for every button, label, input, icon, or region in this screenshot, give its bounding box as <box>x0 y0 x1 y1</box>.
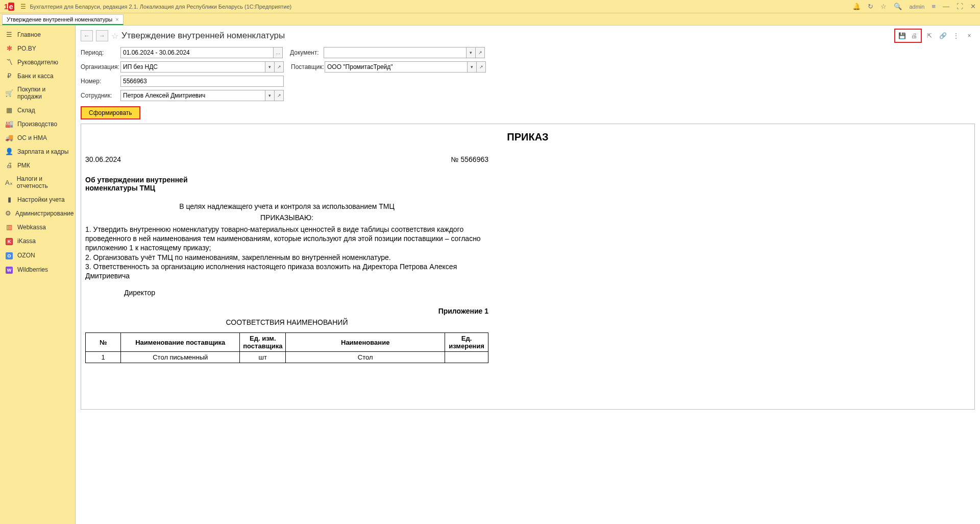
tab-active[interactable]: Утверждение внутренней номенклатуры × <box>2 14 124 25</box>
link-icon[interactable]: 🔗 <box>937 31 948 41</box>
report-subject: Об утверждении внутренней номенклатуры Т… <box>85 176 198 192</box>
col-name: Наименование <box>286 333 445 352</box>
report-order-word: ПРИКАЗЫВАЮ: <box>85 213 488 222</box>
report-title: ПРИКАЗ <box>85 131 970 143</box>
person-icon: 👤 <box>5 148 13 155</box>
cart-icon: 🛒 <box>5 89 13 97</box>
ozon-icon: O <box>5 251 13 259</box>
report-document: ПРИКАЗ 30.06.2024 № 5566963 Об утвержден… <box>81 124 975 410</box>
menu-icon[interactable]: ☰ <box>20 3 26 10</box>
org-dropdown-button[interactable]: ▾ <box>265 61 275 73</box>
titlebar: 1e ☰ Бухгалтерия для Беларуси, редакция … <box>0 0 980 13</box>
period-label: Период: <box>81 49 117 56</box>
tab-label: Утверждение внутренней номенклатуры <box>7 16 112 22</box>
report-date: 30.06.2024 <box>85 155 121 163</box>
save-print-group: 💾 🖨 <box>894 29 922 43</box>
sidebar-item-poby[interactable]: ✻PO.BY <box>0 41 75 55</box>
employee-open-button[interactable]: ↗ <box>275 90 284 101</box>
report-attachment-title: СООТВЕТСТВИЯ НАИМЕНОВАНИЙ <box>85 318 488 326</box>
book-icon: ▮ <box>5 196 13 203</box>
wildberries-icon: W <box>5 266 13 274</box>
sidebar-item-salary[interactable]: 👤Зарплата и кадры <box>0 145 75 158</box>
col-supplier-unit: Ед. изм. поставщика <box>240 333 286 352</box>
col-unit: Ед. измерения <box>445 333 488 352</box>
report-body-3: 3. Ответственность за организацию исполн… <box>85 262 488 280</box>
period-picker-button[interactable]: … <box>274 47 283 58</box>
employee-input[interactable] <box>120 90 265 101</box>
user-label[interactable]: admin <box>909 4 924 10</box>
col-num: № <box>86 333 121 352</box>
sidebar-item-manager[interactable]: 〽Руководителю <box>0 55 75 69</box>
settings-icon[interactable]: ≡ <box>932 3 936 10</box>
chart-icon: 〽 <box>5 58 13 66</box>
poby-icon: ✻ <box>5 44 13 52</box>
sidebar-item-main[interactable]: ☰Главное <box>0 28 75 41</box>
print-icon[interactable]: 🖨 <box>909 31 920 41</box>
supplier-label: Поставщик: <box>291 63 322 70</box>
supplier-dropdown-button[interactable]: ▾ <box>468 61 477 73</box>
tabbar: Утверждение внутренней номенклатуры × <box>0 13 980 26</box>
report-body-2: 2. Организовать учёт ТМЦ по наименования… <box>85 253 488 262</box>
generate-button[interactable]: Сформировать <box>81 106 140 120</box>
sidebar-item-sales[interactable]: 🛒Покупки и продажи <box>0 83 75 103</box>
logo-1c: 1e <box>4 3 14 11</box>
org-open-button[interactable]: ↗ <box>275 61 284 73</box>
supplier-input[interactable] <box>325 61 468 73</box>
sidebar-item-admin[interactable]: ⚙Администрирование <box>0 206 75 220</box>
maximize-icon[interactable]: ⛶ <box>957 3 963 10</box>
factory-icon: 🏭 <box>5 120 13 128</box>
correspondence-table: № Наименование поставщика Ед. изм. поста… <box>85 332 488 363</box>
search-icon[interactable]: 🔍 <box>894 3 902 10</box>
gear-icon: ⚙ <box>5 209 11 217</box>
sidebar-item-warehouse[interactable]: ▦Склад <box>0 103 75 117</box>
document-open-button[interactable]: ↗ <box>476 47 485 58</box>
sidebar-item-taxes[interactable]: AₓНалоги и отчетность <box>0 172 75 193</box>
boxes-icon: ▦ <box>5 106 13 114</box>
register-icon: 🖨 <box>5 161 13 169</box>
sidebar-item-production[interactable]: 🏭Производство <box>0 117 75 131</box>
ikassa-icon: K <box>5 237 13 245</box>
forward-button[interactable]: → <box>96 30 108 41</box>
sidebar-item-webkassa[interactable]: ▥Webkassa <box>0 220 75 234</box>
history-icon[interactable]: ↻ <box>868 3 873 10</box>
export-icon[interactable]: ⇱ <box>924 31 935 41</box>
sidebar-item-ozon[interactable]: OOZON <box>0 248 75 263</box>
report-body-1: 1. Утвердить внутреннюю номенклатуру тов… <box>85 225 488 253</box>
star-icon[interactable]: ☆ <box>880 3 887 10</box>
sidebar-item-settings[interactable]: ▮Настройки учета <box>0 193 75 206</box>
sidebar-item-bank[interactable]: ₽Банк и касса <box>0 69 75 83</box>
org-label: Организация: <box>81 63 117 70</box>
content-area: ← → ☆ Утверждение внутренней номенклатур… <box>76 26 980 524</box>
list-icon: ☰ <box>5 31 13 38</box>
minimize-icon[interactable]: — <box>943 3 949 10</box>
period-input[interactable] <box>120 47 274 58</box>
number-label: Номер: <box>81 78 117 85</box>
app-title: Бухгалтерия для Беларуси, редакция 2.1. … <box>30 4 292 10</box>
sidebar-item-os[interactable]: 🚚ОС и НМА <box>0 131 75 145</box>
org-input[interactable] <box>120 61 265 73</box>
save-icon[interactable]: 💾 <box>896 31 908 41</box>
number-input[interactable] <box>120 76 284 87</box>
webkassa-icon: ▥ <box>5 223 13 231</box>
document-dropdown-button[interactable]: ▾ <box>467 47 476 58</box>
close-window-icon[interactable]: ✕ <box>970 3 976 10</box>
sidebar-item-ikassa[interactable]: KiKassa <box>0 234 75 248</box>
truck-icon: 🚚 <box>5 134 13 141</box>
bell-icon[interactable]: 🔔 <box>852 3 861 10</box>
favorite-icon[interactable]: ☆ <box>111 31 118 41</box>
report-attachment: Приложение 1 <box>85 307 488 315</box>
report-intro: В целях надлежащего учета и контроля за … <box>85 202 488 210</box>
more-icon[interactable]: ⋮ <box>950 31 962 41</box>
document-label: Документ: <box>290 49 321 56</box>
sidebar-item-wildberries[interactable]: WWildberries <box>0 263 75 277</box>
sidebar: ☰Главное ✻PO.BY 〽Руководителю ₽Банк и ка… <box>0 26 76 524</box>
document-input[interactable] <box>324 47 467 58</box>
back-button[interactable]: ← <box>81 30 93 41</box>
sidebar-item-rmk[interactable]: 🖨РМК <box>0 158 75 172</box>
employee-dropdown-button[interactable]: ▾ <box>265 90 275 101</box>
page-title: Утверждение внутренней номенклатуры <box>121 31 285 41</box>
table-row: 1 Стол письменный шт Стол <box>86 352 488 363</box>
supplier-open-button[interactable]: ↗ <box>477 61 486 73</box>
close-content-icon[interactable]: × <box>964 31 975 41</box>
tab-close-icon[interactable]: × <box>115 16 118 22</box>
